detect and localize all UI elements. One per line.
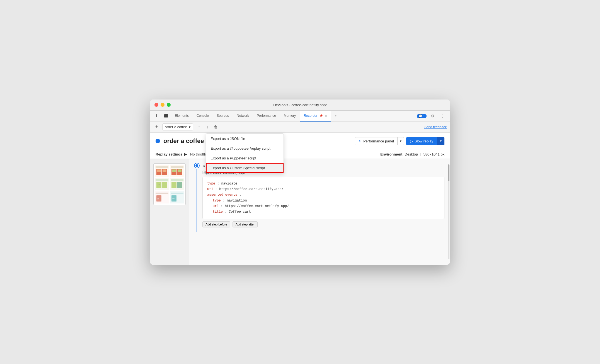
tab-network-label: Network (237, 114, 249, 118)
svg-rect-14 (171, 179, 183, 181)
settings-button[interactable]: ⚙ (429, 112, 437, 120)
tab-recorder-close[interactable]: ✕ (325, 114, 327, 117)
settings-bar: Replay settings ▶ No throttling | Timeou… (150, 150, 450, 159)
recording-selector[interactable]: order a coffee ▾ (162, 123, 193, 130)
tab-frames[interactable]: ⬛ (161, 110, 171, 122)
export-button[interactable]: ↑ (195, 123, 203, 131)
devtools-window: DevTools - coffee-cart.netlify.app/ ⬆ ⬛ … (150, 100, 450, 265)
recording-status-dot (156, 139, 160, 143)
code-key-url: url (207, 187, 213, 191)
code-key-type2: type (213, 199, 221, 203)
code-line-1: type : navigate (207, 181, 440, 186)
slow-replay-label: Slow replay (415, 139, 433, 143)
chat-count: 1 (423, 114, 425, 118)
chat-badge[interactable]: 💬 1 (417, 114, 427, 118)
code-val-type2: : navigation (223, 199, 247, 203)
code-val-type: : navigate (217, 182, 237, 186)
svg-rect-21 (171, 193, 183, 194)
minimize-button[interactable] (161, 103, 164, 107)
slow-replay-button: ▷ Slow replay ▾ (406, 137, 444, 145)
add-step-after-button[interactable]: Add step after (233, 221, 258, 227)
chat-icon: 💬 (418, 114, 422, 118)
tab-recorder[interactable]: Recorder 📌 ✕ (300, 110, 331, 122)
recording-header: order a coffee ✏ ↻ Performance panel ▾ ▷… (150, 133, 450, 150)
new-recording-button[interactable]: + (153, 124, 160, 130)
scrollbar-track[interactable] (448, 164, 449, 259)
thumb-svg-4 (170, 179, 184, 189)
resolution-label: 580×1041 px (423, 152, 444, 156)
traffic-lights (154, 103, 171, 107)
play-icon: ▷ (410, 139, 413, 143)
code-line-4: type : navigation (207, 198, 440, 203)
svg-rect-16 (177, 182, 182, 188)
maximize-button[interactable] (167, 103, 171, 107)
thumb-cell-6: Ameri cano (170, 191, 184, 203)
window-title: DevTools - coffee-cart.netlify.app/ (273, 103, 327, 107)
more-options-button[interactable]: ⋮ (439, 112, 447, 120)
replay-settings-label: Replay settings (156, 152, 182, 156)
step-code-block: type : navigate url : https://coffee-car… (202, 177, 444, 219)
step-connector (197, 169, 197, 232)
svg-rect-15 (171, 182, 176, 188)
thumb-cell-4 (170, 178, 184, 190)
thumb-cell-1 (155, 165, 169, 177)
code-key-url2: url (213, 204, 219, 208)
replay-settings-toggle[interactable]: Replay settings ▶ (156, 152, 187, 156)
export-puppeteer-label: Export as a Puppeteer script (211, 156, 256, 160)
pin-icon: 📌 (319, 114, 323, 117)
env-divider: | (420, 152, 421, 156)
devtools-tab-bar: ⬆ ⬛ Elements Console Sources Network Per… (150, 111, 450, 122)
delete-recording-button[interactable]: 🗑 (212, 123, 219, 131)
tab-performance-label: Performance (257, 114, 276, 118)
thumb-cell-2 (170, 165, 184, 177)
export-json-label: Export as a JSON file (211, 137, 245, 141)
tab-network[interactable]: Network (233, 110, 253, 122)
import-button[interactable]: ↓ (204, 123, 211, 131)
environment-info: Environment Desktop | 580×1041 px (380, 152, 444, 156)
export-custom-item[interactable]: Export as a Custom Special script (206, 163, 284, 173)
tab-elements-label: Elements (175, 114, 189, 118)
svg-rect-0 (156, 166, 168, 168)
toolbar-icons: ↑ ↓ 🗑 (195, 123, 219, 131)
slow-replay-dropdown-button[interactable]: ▾ (437, 137, 444, 145)
export-puppeteer-replay-item[interactable]: Export as a @puppeteer/replay script (206, 144, 284, 153)
thumb-cell-5: Flat White (155, 191, 169, 203)
code-val-title: : Coffee cart (225, 210, 251, 214)
step-content: ▼ Coffee cart ⋮ https://coffee-cart.netl… (202, 163, 444, 232)
step-item-navigate: ▼ Coffee cart ⋮ https://coffee-cart.netl… (195, 163, 444, 232)
close-button[interactable] (154, 103, 158, 107)
code-key-type: type (207, 182, 215, 186)
svg-rect-5 (171, 166, 183, 168)
performance-panel-dropdown-button[interactable]: ▾ (398, 137, 404, 145)
step-line (195, 163, 199, 232)
chevron-down-icon: ▾ (400, 139, 401, 143)
tab-memory[interactable]: Memory (280, 110, 300, 122)
scrollbar-thumb[interactable] (448, 164, 449, 181)
step-collapse-icon[interactable]: ▼ (202, 164, 206, 168)
code-line-2: url : https://coffee-cart.netlify.app/ (207, 186, 440, 192)
refresh-icon: ↻ (359, 139, 362, 143)
svg-rect-3 (157, 169, 161, 172)
tab-elements[interactable]: Elements (171, 110, 193, 122)
tab-console[interactable]: Console (193, 110, 213, 122)
svg-text:Ameri: Ameri (172, 198, 175, 199)
add-step-before-button[interactable]: Add step before (202, 221, 230, 227)
svg-rect-4 (163, 169, 166, 172)
send-feedback-link[interactable]: Send feedback (424, 125, 447, 129)
thumb-svg-3: add (155, 179, 169, 189)
step-more-button[interactable]: ⋮ (439, 163, 444, 169)
code-val-url2: : https://coffee-cart.netlify.app/ (221, 204, 289, 208)
tab-performance[interactable]: Performance (253, 110, 280, 122)
thumb-cell-3: add (155, 178, 169, 190)
tab-sources[interactable]: Sources (213, 110, 233, 122)
tab-more[interactable]: » (331, 110, 341, 122)
performance-panel-main-button[interactable]: ↻ Performance panel (355, 137, 398, 145)
environment-label: Environment (380, 152, 402, 156)
desktop-label: Desktop (405, 152, 418, 156)
tab-console-label: Console (197, 114, 209, 118)
tab-pointer[interactable]: ⬆ (152, 110, 161, 122)
slow-replay-main-button[interactable]: ▷ Slow replay (406, 137, 437, 145)
toolbar-wrapper: + order a coffee ▾ ↑ ↓ 🗑 (150, 122, 450, 133)
export-puppeteer-item[interactable]: Export as a Puppeteer script (206, 153, 284, 163)
export-json-item[interactable]: Export as a JSON file (206, 134, 284, 144)
